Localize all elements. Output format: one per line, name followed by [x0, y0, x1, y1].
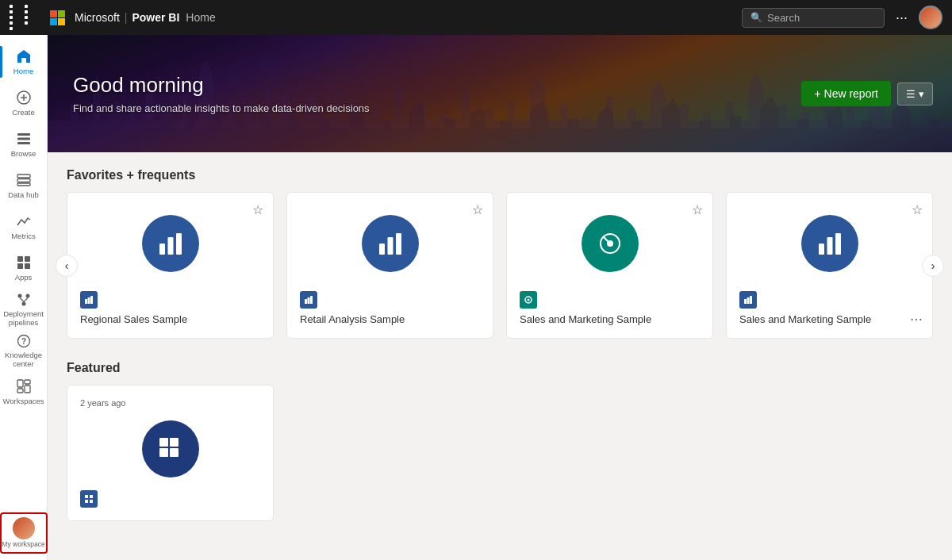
sidebar-item-knowledge[interactable]: ? Knowledge center — [0, 330, 48, 371]
microsoft-logo — [50, 10, 65, 25]
sidebar-item-browse[interactable]: Browse — [0, 124, 48, 165]
sidebar-label-deployment: Deployment pipelines — [0, 310, 48, 327]
card-name-1: Retail Analysis Sample — [300, 313, 480, 325]
card-name-2: Sales and Marketing Sample — [520, 313, 700, 325]
apps-icon — [16, 255, 32, 270]
svg-line-15 — [24, 298, 28, 302]
svg-rect-48 — [85, 495, 88, 498]
svg-rect-26 — [88, 297, 90, 304]
featured-badge-0 — [80, 490, 98, 508]
card-icon-circle-1 — [362, 215, 419, 272]
svg-rect-2 — [17, 137, 30, 140]
banner-actions: + New report ☰ ▾ — [801, 81, 952, 106]
deployment-icon — [16, 292, 32, 308]
card-more-button-3[interactable]: ⋯ — [910, 312, 923, 327]
banner-content: Good morning Find and share actionable i… — [48, 54, 801, 133]
sidebar-label-apps: Apps — [15, 273, 33, 282]
cards-next-button[interactable]: › — [922, 255, 944, 277]
svg-rect-8 — [25, 256, 30, 262]
sidebar-label-home: Home — [13, 67, 33, 75]
star-icon-0[interactable]: ☆ — [252, 202, 263, 217]
favorite-card-2[interactable]: ☆ — [506, 192, 713, 339]
bar-chart-icon-1 — [376, 229, 405, 258]
svg-rect-5 — [17, 178, 30, 182]
svg-rect-21 — [17, 389, 23, 393]
gauge-icon-2 — [596, 229, 624, 258]
featured-icon-circle-0 — [142, 420, 199, 478]
card-badge-1 — [300, 291, 317, 309]
favorite-card-0[interactable]: ☆ — [67, 192, 274, 339]
sidebar-item-deployment[interactable]: Deployment pipelines — [0, 289, 48, 330]
topnav: Microsoft | Power BI Home 🔍 Search ··· — [0, 0, 952, 35]
svg-rect-23 — [167, 237, 173, 255]
card-icon-wrap-2 — [520, 205, 700, 282]
search-placeholder-text: Search — [767, 12, 800, 24]
star-icon-1[interactable]: ☆ — [472, 202, 483, 217]
card-name-3: Sales and Marketing Sample — [739, 313, 919, 325]
workspaces-icon — [16, 378, 32, 394]
sidebar: Home Create Browse Data hub Metrics Apps — [0, 35, 48, 560]
grid-icon-0 — [156, 435, 185, 463]
card-icon-wrap-1 — [300, 205, 480, 282]
svg-rect-4 — [17, 175, 30, 178]
svg-rect-42 — [747, 297, 750, 304]
svg-rect-29 — [387, 237, 393, 255]
card-icon-wrap-3 — [739, 205, 919, 282]
search-box[interactable]: 🔍 Search — [742, 8, 885, 28]
sidebar-item-myworkspace[interactable]: My workspace — [0, 512, 48, 554]
favorites-section: Favorites + frequents ‹ ☆ — [67, 168, 933, 339]
more-options-button[interactable]: ··· — [891, 10, 912, 26]
svg-rect-1 — [17, 133, 30, 136]
svg-rect-24 — [176, 233, 182, 255]
favorites-cards-wrapper: ‹ ☆ — [67, 192, 933, 339]
banner-greeting: Good morning — [73, 73, 776, 98]
svg-rect-3 — [17, 142, 30, 144]
svg-rect-46 — [159, 448, 168, 457]
sidebar-item-apps[interactable]: Apps — [0, 247, 48, 289]
svg-rect-50 — [85, 500, 88, 503]
avatar[interactable] — [919, 6, 942, 29]
dashboard-icon-2 — [524, 295, 533, 305]
svg-rect-43 — [750, 296, 752, 304]
list-view-icon: ☰ — [906, 88, 916, 100]
dashboard-badge-icon-0 — [84, 494, 94, 504]
star-icon-2[interactable]: ☆ — [692, 202, 703, 217]
featured-time-0: 2 years ago — [80, 398, 260, 408]
main-content: Good morning Find and share actionable i… — [48, 35, 952, 560]
card-badge-3 — [739, 291, 757, 309]
apps-grid-icon[interactable] — [10, 5, 37, 30]
new-report-button[interactable]: + New report — [801, 81, 891, 106]
svg-point-12 — [25, 294, 29, 298]
banner: Good morning Find and share actionable i… — [48, 35, 952, 152]
favorites-cards-row: ☆ — [67, 192, 933, 339]
cards-prev-button[interactable]: ‹ — [56, 255, 78, 277]
search-icon: 🔍 — [750, 12, 762, 23]
svg-rect-41 — [744, 299, 747, 304]
card-icon-circle-0 — [142, 215, 199, 272]
sidebar-label-browse: Browse — [11, 149, 36, 158]
favorite-card-3[interactable]: ☆ — [726, 192, 933, 339]
svg-rect-45 — [170, 438, 178, 447]
sidebar-item-metrics[interactable]: Metrics — [0, 206, 48, 247]
svg-point-11 — [17, 294, 21, 298]
view-toggle-button[interactable]: ☰ ▾ — [897, 82, 933, 105]
sidebar-label-create: Create — [12, 108, 35, 117]
svg-rect-22 — [159, 244, 165, 255]
sidebar-item-datahub[interactable]: Data hub — [0, 165, 48, 206]
card-icon-wrap-0 — [80, 205, 260, 282]
sidebar-item-home[interactable]: Home — [0, 41, 48, 82]
favorites-title: Favorites + frequents — [67, 168, 933, 182]
datahub-icon — [16, 172, 32, 188]
sidebar-item-workspaces[interactable]: Workspaces — [0, 371, 48, 412]
card-icon-circle-3 — [801, 215, 858, 272]
card-badge-0 — [80, 291, 98, 309]
star-icon-3[interactable]: ☆ — [912, 202, 923, 217]
report-icon-3 — [743, 295, 753, 305]
sidebar-item-create[interactable]: Create — [0, 82, 48, 124]
svg-rect-20 — [25, 385, 30, 393]
svg-rect-49 — [90, 495, 93, 498]
svg-rect-40 — [835, 233, 841, 255]
featured-card-0[interactable]: 2 years ago — [67, 385, 274, 521]
favorite-card-1[interactable]: ☆ — [286, 192, 493, 339]
svg-line-14 — [20, 298, 24, 302]
